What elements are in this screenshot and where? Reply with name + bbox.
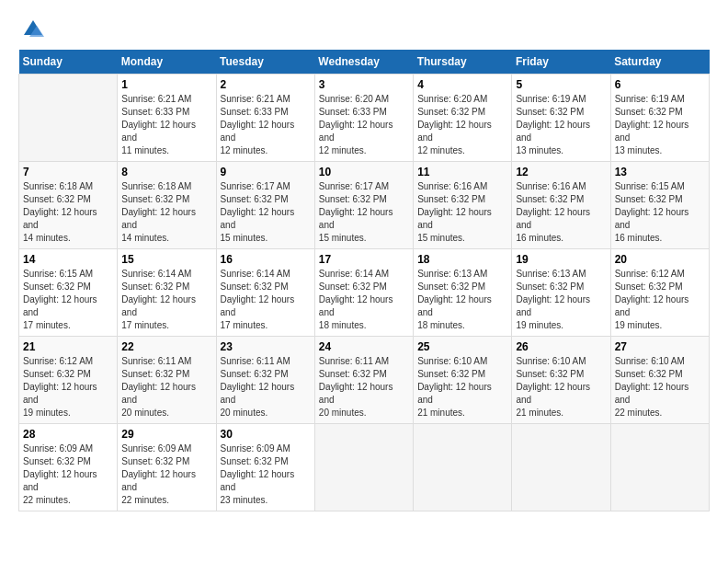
day-info: Sunrise: 6:10 AMSunset: 6:32 PMDaylight:…: [417, 355, 507, 419]
calendar-week-row: 1Sunrise: 6:21 AMSunset: 6:33 PMDaylight…: [19, 75, 710, 162]
day-info: Sunrise: 6:17 AMSunset: 6:32 PMDaylight:…: [221, 180, 311, 245]
calendar-day-cell: 6Sunrise: 6:19 AMSunset: 6:32 PMDaylight…: [610, 75, 709, 162]
day-number: 2: [221, 78, 311, 91]
day-info: Sunrise: 6:21 AMSunset: 6:33 PMDaylight:…: [121, 93, 211, 157]
day-info: Sunrise: 6:17 AMSunset: 6:32 PMDaylight:…: [319, 180, 409, 245]
day-number: 16: [221, 253, 311, 266]
day-info: Sunrise: 6:16 AMSunset: 6:32 PMDaylight:…: [516, 180, 606, 245]
day-info: Sunrise: 6:09 AMSunset: 6:32 PMDaylight:…: [23, 442, 113, 507]
calendar-day-cell: [512, 424, 610, 511]
day-info: Sunrise: 6:19 AMSunset: 6:32 PMDaylight:…: [516, 93, 606, 157]
logo: [18, 18, 44, 40]
day-info: Sunrise: 6:09 AMSunset: 6:32 PMDaylight:…: [221, 442, 311, 507]
day-of-week-header: Wednesday: [314, 50, 413, 75]
day-of-week-header: Sunday: [19, 50, 118, 75]
calendar-week-row: 14Sunrise: 6:15 AMSunset: 6:32 PMDayligh…: [19, 249, 710, 337]
day-of-week-header: Monday: [118, 50, 216, 75]
day-info: Sunrise: 6:18 AMSunset: 6:32 PMDaylight:…: [121, 180, 211, 245]
day-number: 8: [121, 166, 211, 178]
day-info: Sunrise: 6:11 AMSunset: 6:32 PMDaylight:…: [319, 355, 409, 419]
logo-icon: [22, 18, 44, 40]
calendar-day-cell: 5Sunrise: 6:19 AMSunset: 6:32 PMDaylight…: [512, 75, 610, 162]
day-info: Sunrise: 6:12 AMSunset: 6:32 PMDaylight:…: [23, 355, 113, 419]
calendar-day-cell: 12Sunrise: 6:16 AMSunset: 6:32 PMDayligh…: [512, 162, 610, 249]
day-number: 25: [417, 340, 507, 353]
day-number: 13: [615, 166, 705, 178]
calendar-day-cell: 24Sunrise: 6:11 AMSunset: 6:32 PMDayligh…: [314, 337, 413, 424]
day-number: 28: [23, 428, 113, 441]
day-number: 12: [516, 166, 606, 178]
calendar-day-cell: 30Sunrise: 6:09 AMSunset: 6:32 PMDayligh…: [216, 424, 314, 511]
day-number: 30: [221, 428, 311, 441]
day-number: 14: [23, 253, 113, 266]
calendar-table: SundayMondayTuesdayWednesdayThursdayFrid…: [18, 50, 710, 511]
day-info: Sunrise: 6:18 AMSunset: 6:32 PMDaylight:…: [23, 180, 113, 245]
day-number: 3: [319, 78, 409, 91]
day-number: 26: [516, 340, 606, 353]
day-info: Sunrise: 6:10 AMSunset: 6:32 PMDaylight:…: [516, 355, 606, 419]
day-info: Sunrise: 6:14 AMSunset: 6:32 PMDaylight:…: [121, 268, 211, 332]
day-number: 4: [417, 78, 507, 91]
calendar-day-cell: 23Sunrise: 6:11 AMSunset: 6:32 PMDayligh…: [216, 337, 314, 424]
day-number: 21: [23, 340, 113, 353]
calendar-day-cell: 16Sunrise: 6:14 AMSunset: 6:32 PMDayligh…: [216, 249, 314, 337]
day-info: Sunrise: 6:16 AMSunset: 6:32 PMDaylight:…: [417, 180, 507, 245]
day-info: Sunrise: 6:11 AMSunset: 6:32 PMDaylight:…: [221, 355, 311, 419]
day-number: 20: [615, 253, 705, 266]
day-info: Sunrise: 6:14 AMSunset: 6:32 PMDaylight:…: [221, 268, 311, 332]
day-info: Sunrise: 6:12 AMSunset: 6:32 PMDaylight:…: [615, 268, 705, 332]
day-number: 19: [516, 253, 606, 266]
day-of-week-header: Saturday: [610, 50, 709, 75]
calendar-day-cell: 29Sunrise: 6:09 AMSunset: 6:32 PMDayligh…: [118, 424, 216, 511]
calendar-day-cell: 3Sunrise: 6:20 AMSunset: 6:33 PMDaylight…: [314, 75, 413, 162]
calendar-day-cell: [414, 424, 512, 511]
day-info: Sunrise: 6:11 AMSunset: 6:32 PMDaylight:…: [121, 355, 211, 419]
day-info: Sunrise: 6:09 AMSunset: 6:32 PMDaylight:…: [121, 442, 211, 507]
calendar-day-cell: 11Sunrise: 6:16 AMSunset: 6:32 PMDayligh…: [414, 162, 512, 249]
day-of-week-header: Friday: [512, 50, 610, 75]
day-info: Sunrise: 6:19 AMSunset: 6:32 PMDaylight:…: [615, 93, 705, 157]
calendar-day-cell: 18Sunrise: 6:13 AMSunset: 6:32 PMDayligh…: [414, 249, 512, 337]
day-number: 1: [121, 78, 211, 91]
day-number: 9: [221, 166, 311, 178]
calendar-day-cell: 10Sunrise: 6:17 AMSunset: 6:32 PMDayligh…: [314, 162, 413, 249]
calendar-day-cell: 28Sunrise: 6:09 AMSunset: 6:32 PMDayligh…: [19, 424, 118, 511]
calendar-day-cell: 1Sunrise: 6:21 AMSunset: 6:33 PMDaylight…: [118, 75, 216, 162]
day-number: 6: [615, 78, 705, 91]
calendar-day-cell: 2Sunrise: 6:21 AMSunset: 6:33 PMDaylight…: [216, 75, 314, 162]
calendar-day-cell: 4Sunrise: 6:20 AMSunset: 6:32 PMDaylight…: [414, 75, 512, 162]
calendar-day-cell: 13Sunrise: 6:15 AMSunset: 6:32 PMDayligh…: [610, 162, 709, 249]
day-number: 15: [121, 253, 211, 266]
day-info: Sunrise: 6:15 AMSunset: 6:32 PMDaylight:…: [615, 180, 705, 245]
day-number: 22: [121, 340, 211, 353]
calendar-day-cell: 21Sunrise: 6:12 AMSunset: 6:32 PMDayligh…: [19, 337, 118, 424]
day-number: 23: [221, 340, 311, 353]
day-number: 17: [319, 253, 409, 266]
day-info: Sunrise: 6:14 AMSunset: 6:32 PMDaylight:…: [319, 268, 409, 332]
calendar-day-cell: [314, 424, 413, 511]
day-info: Sunrise: 6:15 AMSunset: 6:32 PMDaylight:…: [23, 268, 113, 332]
day-of-week-header: Thursday: [414, 50, 512, 75]
day-number: 7: [23, 166, 113, 178]
day-number: 18: [417, 253, 507, 266]
calendar-day-cell: 15Sunrise: 6:14 AMSunset: 6:32 PMDayligh…: [118, 249, 216, 337]
day-info: Sunrise: 6:13 AMSunset: 6:32 PMDaylight:…: [417, 268, 507, 332]
calendar-day-cell: 7Sunrise: 6:18 AMSunset: 6:32 PMDaylight…: [19, 162, 118, 249]
day-number: 11: [417, 166, 507, 178]
calendar-week-row: 28Sunrise: 6:09 AMSunset: 6:32 PMDayligh…: [19, 424, 710, 511]
day-info: Sunrise: 6:10 AMSunset: 6:32 PMDaylight:…: [615, 355, 705, 419]
day-number: 27: [615, 340, 705, 353]
calendar-day-cell: 27Sunrise: 6:10 AMSunset: 6:32 PMDayligh…: [610, 337, 709, 424]
calendar-day-cell: [610, 424, 709, 511]
calendar-day-cell: 8Sunrise: 6:18 AMSunset: 6:32 PMDaylight…: [118, 162, 216, 249]
calendar-day-cell: 14Sunrise: 6:15 AMSunset: 6:32 PMDayligh…: [19, 249, 118, 337]
day-number: 24: [319, 340, 409, 353]
calendar-day-cell: 20Sunrise: 6:12 AMSunset: 6:32 PMDayligh…: [610, 249, 709, 337]
day-number: 29: [121, 428, 211, 441]
calendar-day-cell: 26Sunrise: 6:10 AMSunset: 6:32 PMDayligh…: [512, 337, 610, 424]
calendar-day-cell: 19Sunrise: 6:13 AMSunset: 6:32 PMDayligh…: [512, 249, 610, 337]
page-header: [18, 18, 710, 40]
calendar-day-cell: 17Sunrise: 6:14 AMSunset: 6:32 PMDayligh…: [314, 249, 413, 337]
calendar-day-cell: [19, 75, 118, 162]
calendar-day-cell: 22Sunrise: 6:11 AMSunset: 6:32 PMDayligh…: [118, 337, 216, 424]
